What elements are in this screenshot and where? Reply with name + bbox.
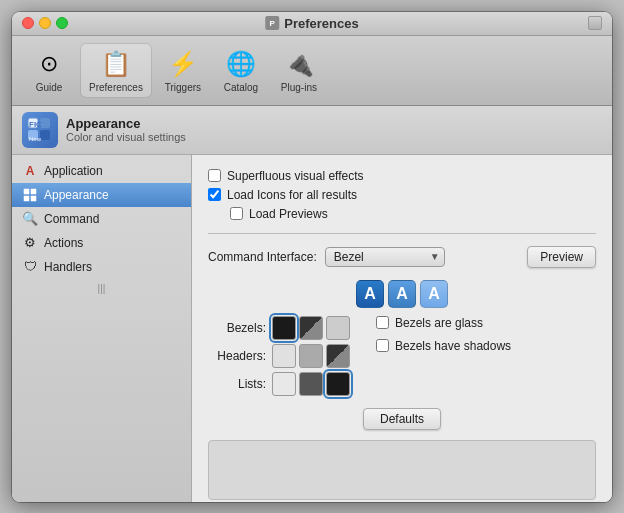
actions-icon: ⚙ xyxy=(22,235,38,251)
triggers-icon: ⚡ xyxy=(167,48,199,80)
header-swatch-light[interactable] xyxy=(272,344,296,368)
resize-button[interactable] xyxy=(588,16,602,30)
title-icon: P xyxy=(265,16,279,30)
headers-swatches xyxy=(272,344,350,368)
letter-btn-med[interactable]: A xyxy=(388,280,416,308)
sidebar-item-handlers[interactable]: 🛡 Handlers xyxy=(12,255,191,279)
header-swatch-mid[interactable] xyxy=(299,344,323,368)
command-interface-select[interactable]: Bezel HUD Plain xyxy=(325,247,445,267)
command-interface-row: Command Interface: Bezel HUD Plain ▼ Pre… xyxy=(208,246,596,268)
bezel-swatch-darkgray[interactable] xyxy=(299,316,323,340)
letter-btn-dark[interactable]: A xyxy=(356,280,384,308)
maximize-button[interactable] xyxy=(56,17,68,29)
swatches-section: Bezels: Headers: xyxy=(208,316,596,400)
guide-label: Guide xyxy=(36,82,63,93)
sidebar-resize-handle[interactable]: ||| xyxy=(12,279,191,298)
load-previews-checkbox[interactable] xyxy=(230,207,243,220)
load-icons-label[interactable]: Load Icons for all results xyxy=(227,188,357,202)
toolbar-item-preferences[interactable]: 📋 Preferences xyxy=(80,43,152,98)
toolbar-item-triggers[interactable]: ⚡ Triggers xyxy=(156,44,210,97)
bezels-glass-label[interactable]: Bezels are glass xyxy=(395,316,483,330)
defaults-button[interactable]: Defaults xyxy=(363,408,441,430)
checkbox-bezels-glass: Bezels are glass xyxy=(376,316,511,330)
svg-rect-8 xyxy=(31,189,36,194)
guide-icon: ⊙ xyxy=(33,48,65,80)
catalog-label: Catalog xyxy=(224,82,258,93)
list-swatch-mid[interactable] xyxy=(299,372,323,396)
headers-row: Headers: xyxy=(208,344,350,368)
triggers-label: Triggers xyxy=(165,82,201,93)
bezel-swatch-lightgray[interactable] xyxy=(326,316,350,340)
headers-label: Headers: xyxy=(208,349,266,363)
svg-text:Opt: Opt xyxy=(29,143,38,144)
bezels-row: Bezels: xyxy=(208,316,350,340)
letter-buttons-row: A A A xyxy=(208,280,596,308)
handlers-icon: 🛡 xyxy=(22,259,38,275)
bezel-swatch-black[interactable] xyxy=(272,316,296,340)
separator-1 xyxy=(208,233,596,234)
main-content: A Application Appearance 🔍 Command xyxy=(12,155,612,502)
svg-text:FIC: FIC xyxy=(29,120,42,129)
catalog-icon: 🌐 xyxy=(225,48,257,80)
main-window: P Preferences ⊙ Guide 📋 Preferences ⚡ Tr… xyxy=(12,12,612,502)
preferences-icon: 📋 xyxy=(100,48,132,80)
minimize-button[interactable] xyxy=(39,17,51,29)
load-icons-checkbox[interactable] xyxy=(208,188,221,201)
command-interface-select-wrapper: Bezel HUD Plain ▼ xyxy=(325,247,445,267)
checkbox-load-previews: Load Previews xyxy=(230,207,596,221)
svg-rect-9 xyxy=(24,196,29,201)
bezels-shadows-label[interactable]: Bezels have shadows xyxy=(395,339,511,353)
svg-rect-7 xyxy=(24,189,29,194)
header-swatch-dark[interactable] xyxy=(326,344,350,368)
title-bar: P Preferences xyxy=(12,12,612,36)
lists-swatches xyxy=(272,372,350,396)
svg-text:New: New xyxy=(29,136,42,142)
appearance-header-icon: FIC New Opt xyxy=(22,112,58,148)
appearance-sidebar-icon xyxy=(22,187,38,203)
preview-area xyxy=(208,440,596,500)
checkbox-superfluous: Superfluous visual effects xyxy=(208,169,596,183)
bezels-glass-checkbox[interactable] xyxy=(376,316,389,329)
bezels-swatches xyxy=(272,316,350,340)
toolbar-item-guide[interactable]: ⊙ Guide xyxy=(22,44,76,97)
close-button[interactable] xyxy=(22,17,34,29)
defaults-btn-row: Defaults xyxy=(208,408,596,430)
list-swatch-light[interactable] xyxy=(272,372,296,396)
sidebar-item-application[interactable]: A Application xyxy=(12,159,191,183)
sidebar-item-command[interactable]: 🔍 Command xyxy=(12,207,191,231)
checkbox-bezels-shadows: Bezels have shadows xyxy=(376,339,511,353)
application-icon: A xyxy=(22,163,38,179)
list-swatch-dark[interactable] xyxy=(326,372,350,396)
superfluous-checkbox[interactable] xyxy=(208,169,221,182)
sidebar-item-actions[interactable]: ⚙ Actions xyxy=(12,231,191,255)
sidebar-item-appearance[interactable]: Appearance xyxy=(12,183,191,207)
letter-btn-light[interactable]: A xyxy=(420,280,448,308)
plugins-label: Plug-ins xyxy=(281,82,317,93)
traffic-lights xyxy=(22,17,68,29)
plugins-icon: 🔌 xyxy=(283,48,315,80)
bezels-label: Bezels: xyxy=(208,321,266,335)
appearance-header: FIC New Opt Appearance Color and visual … xyxy=(12,106,612,155)
command-interface-label: Command Interface: xyxy=(208,250,317,264)
appearance-header-text: Appearance Color and visual settings xyxy=(66,116,186,143)
preferences-label: Preferences xyxy=(89,82,143,93)
lists-row: Lists: xyxy=(208,372,350,396)
toolbar-item-plugins[interactable]: 🔌 Plug-ins xyxy=(272,44,326,97)
svg-rect-10 xyxy=(31,196,36,201)
svg-rect-3 xyxy=(40,130,50,140)
toolbar: ⊙ Guide 📋 Preferences ⚡ Triggers 🌐 Catal… xyxy=(12,36,612,106)
swatch-rows: Bezels: Headers: xyxy=(208,316,350,400)
superfluous-label[interactable]: Superfluous visual effects xyxy=(227,169,364,183)
load-previews-label[interactable]: Load Previews xyxy=(249,207,328,221)
toolbar-item-catalog[interactable]: 🌐 Catalog xyxy=(214,44,268,97)
glass-shadow-options: Bezels are glass Bezels have shadows xyxy=(376,316,511,358)
lists-label: Lists: xyxy=(208,377,266,391)
bezels-shadows-checkbox[interactable] xyxy=(376,339,389,352)
checkbox-load-icons: Load Icons for all results xyxy=(208,188,596,202)
content-panel: Superfluous visual effects Load Icons fo… xyxy=(192,155,612,502)
window-title: P Preferences xyxy=(265,16,358,31)
command-icon: 🔍 xyxy=(22,211,38,227)
sidebar: A Application Appearance 🔍 Command xyxy=(12,155,192,502)
preview-button[interactable]: Preview xyxy=(527,246,596,268)
